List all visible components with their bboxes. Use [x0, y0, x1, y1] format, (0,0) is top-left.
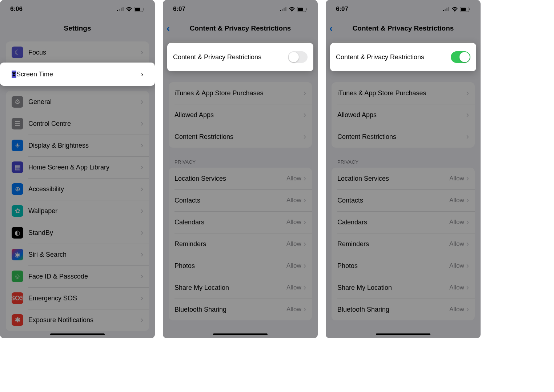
chevron-right-icon: › — [466, 175, 469, 183]
row-label: Contacts — [337, 197, 449, 204]
chevron-right-icon: › — [141, 48, 143, 56]
page-title: Content & Privacy Restrictions — [353, 24, 454, 32]
row-label: Location Services — [337, 175, 449, 183]
chevron-right-icon: › — [304, 133, 306, 141]
highlight-screen-time: ⧗ Screen Time › — [0, 63, 155, 86]
privacy-group: Location Services Allow › Contacts Allow… — [169, 168, 312, 320]
row-focus[interactable]: ☾ Focus › — [6, 41, 149, 63]
cellular-icon — [280, 7, 286, 11]
svg-rect-20 — [443, 10, 444, 11]
wifi-icon — [289, 7, 295, 12]
privacy-header: PRIVACY — [326, 157, 481, 168]
toggle-switch[interactable] — [288, 51, 308, 63]
highlight-toggle-on: Content & Privacy Restrictions — [330, 43, 476, 71]
chevron-right-icon: › — [304, 218, 306, 226]
home-indicator[interactable] — [50, 333, 105, 335]
row-share-my-location[interactable]: Share My Location Allow › — [169, 277, 312, 299]
row-content-restrictions[interactable]: Content Restrictions › — [169, 126, 312, 148]
row-display-brightness[interactable]: ☀ Display & Brightness › — [6, 135, 149, 156]
row-label: Calendars — [337, 219, 449, 226]
row-label: Photos — [337, 262, 449, 270]
battery-icon — [135, 7, 145, 12]
wifi-icon — [126, 7, 132, 12]
home-indicator[interactable] — [213, 333, 268, 335]
row-contacts[interactable]: Contacts Allow › — [169, 189, 312, 211]
row-restrictions-toggle-highlight[interactable]: Content & Privacy Restrictions — [330, 46, 476, 68]
battery-icon — [297, 7, 308, 12]
chevron-right-icon: › — [466, 89, 469, 97]
phone-settings: 6:06 Settings ☾ Focus › ⧗ Screen Time › … — [0, 0, 155, 338]
row-calendars[interactable]: Calendars Allow › — [332, 211, 475, 233]
chevron-right-icon: › — [304, 284, 306, 292]
privacy-group: Location Services Allow › Contacts Allow… — [332, 168, 475, 320]
row-label: iTunes & App Store Purchases — [174, 89, 304, 97]
toggle-switch[interactable] — [451, 51, 470, 63]
svg-rect-1 — [119, 9, 120, 11]
virus-icon: ✱ — [12, 314, 23, 326]
toggle-label: Content & Privacy Restrictions — [173, 53, 288, 61]
row-exposure-notifications[interactable]: ✱ Exposure Notifications › — [6, 309, 149, 331]
back-button[interactable]: ‹ — [166, 23, 170, 33]
row-photos[interactable]: Photos Allow › — [332, 255, 475, 277]
faceid-icon: ☺ — [12, 271, 23, 282]
row-faceid-passcode[interactable]: ☺ Face ID & Passcode › — [6, 265, 149, 287]
row-label: Allowed Apps — [337, 111, 466, 119]
row-value: Allow — [286, 284, 301, 291]
chevron-right-icon: › — [141, 316, 143, 324]
row-value: Allow — [286, 175, 301, 182]
chevron-right-icon: › — [141, 163, 143, 171]
row-calendars[interactable]: Calendars Allow › — [169, 211, 312, 233]
status-bar: 6:06 — [0, 0, 155, 18]
row-contacts[interactable]: Contacts Allow › — [332, 189, 475, 211]
row-allowed-apps[interactable]: Allowed Apps › — [332, 104, 475, 126]
row-accessibility[interactable]: ⊕ Accessibility › — [6, 178, 149, 200]
chevron-right-icon: › — [466, 111, 469, 119]
row-content-restrictions[interactable]: Content Restrictions › — [332, 126, 475, 148]
battery-icon — [460, 7, 470, 12]
home-indicator[interactable] — [376, 333, 430, 335]
row-home-screen[interactable]: ▦ Home Screen & App Library › — [6, 156, 149, 178]
row-reminders[interactable]: Reminders Allow › — [332, 233, 475, 255]
row-photos[interactable]: Photos Allow › — [169, 255, 312, 277]
row-bluetooth-sharing[interactable]: Bluetooth Sharing Allow › — [332, 299, 475, 320]
row-wallpaper[interactable]: ✿ Wallpaper › — [6, 200, 149, 222]
cellular-icon — [443, 7, 449, 11]
row-value: Allow — [449, 240, 464, 248]
sos-icon: SOS — [12, 292, 23, 304]
row-label: Reminders — [337, 240, 449, 248]
row-bluetooth-sharing[interactable]: Bluetooth Sharing Allow › — [169, 299, 312, 320]
flower-icon: ✿ — [12, 205, 23, 217]
svg-rect-23 — [469, 8, 470, 10]
row-restrictions-toggle-highlight[interactable]: Content & Privacy Restrictions — [167, 46, 313, 68]
row-location-services[interactable]: Location Services Allow › — [332, 168, 475, 189]
row-standby[interactable]: ◐ StandBy › — [6, 222, 149, 244]
row-emergency-sos[interactable]: SOS Emergency SOS › — [6, 287, 149, 309]
row-allowed-apps[interactable]: Allowed Apps › — [169, 104, 312, 126]
row-siri-search[interactable]: ◉ Siri & Search › — [6, 244, 149, 265]
moon-icon: ☾ — [12, 47, 23, 58]
chevron-right-icon: › — [466, 133, 469, 141]
chevron-right-icon: › — [141, 251, 143, 259]
phone-restrictions-off: 6:07 ‹ Content & Privacy Restrictions Co… — [163, 0, 318, 338]
svg-rect-2 — [121, 8, 122, 11]
row-value: Allow — [449, 306, 464, 313]
chevron-right-icon: › — [466, 262, 469, 270]
cellular-icon — [117, 7, 124, 11]
row-general[interactable]: ⚙ General › — [6, 91, 149, 113]
row-itunes-purchases[interactable]: iTunes & App Store Purchases › — [332, 82, 475, 104]
row-label: Content Restrictions — [337, 133, 466, 141]
chevron-right-icon: › — [141, 185, 143, 193]
row-location-services[interactable]: Location Services Allow › — [169, 168, 312, 189]
row-screen-time-highlight[interactable]: ⧗ Screen Time › — [6, 63, 149, 85]
row-itunes-purchases[interactable]: iTunes & App Store Purchases › — [169, 82, 312, 104]
status-indicators — [117, 7, 145, 12]
svg-rect-15 — [306, 8, 307, 10]
row-control-centre[interactable]: ☰ Control Centre › — [6, 113, 149, 135]
back-button[interactable]: ‹ — [329, 23, 333, 33]
privacy-header: PRIVACY — [163, 157, 318, 168]
sun-icon: ☀ — [12, 140, 23, 151]
chevron-right-icon: › — [304, 175, 306, 183]
row-reminders[interactable]: Reminders Allow › — [169, 233, 312, 255]
row-share-my-location[interactable]: Share My Location Allow › — [332, 277, 475, 299]
row-label: Exposure Notifications — [28, 316, 141, 324]
